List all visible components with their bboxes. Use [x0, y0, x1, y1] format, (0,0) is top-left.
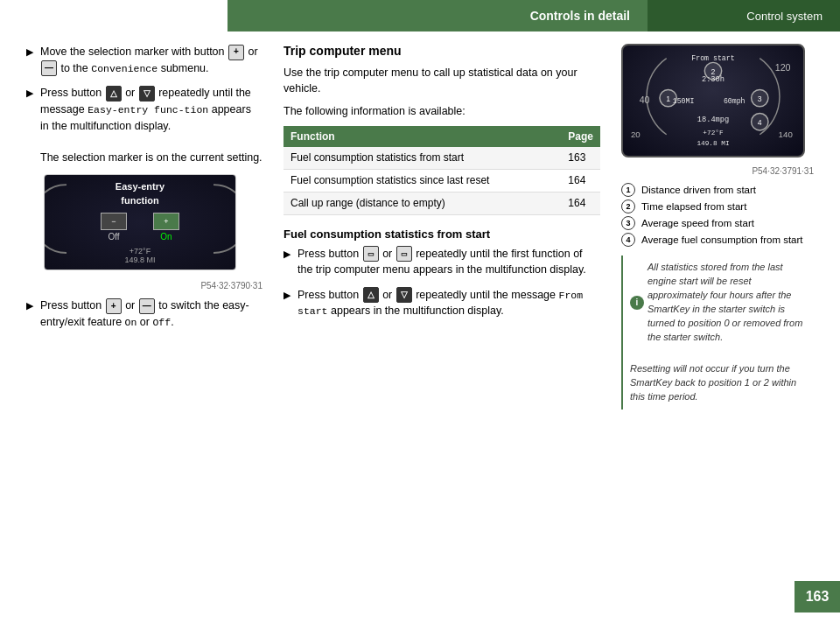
table-row: Fuel consumption statistics from start 1…	[284, 147, 600, 169]
svg-text:140: 140	[779, 130, 794, 139]
off-code: Off	[152, 317, 171, 328]
table-cell-page-2: 164	[561, 170, 600, 192]
minus-button-icon: —	[41, 60, 57, 76]
easy-entry-code: Easy-entry func-tion	[88, 104, 208, 116]
instrument-display-1: Easy-entry function − Off +	[101, 181, 179, 264]
reset-note: Resetting will not occur if you turn the…	[630, 363, 796, 402]
table-header-function: Function	[284, 126, 561, 147]
svg-text:20: 20	[631, 130, 640, 139]
left-column: ▶ Move the selection marker with button …	[26, 44, 262, 578]
right-column: 40 120 20 140 1 2 3 4 From start 2:30h 1…	[621, 44, 814, 578]
bullet-arrow-1: ▶	[26, 46, 33, 76]
plus-button-icon-2: +	[106, 298, 122, 314]
mid-bullet-text-2: Press button △ or ▽ repeatedly until the…	[298, 287, 600, 319]
legend-list: 1 Distance driven from start 2 Time elap…	[621, 183, 814, 247]
temp-display-1: +72°F149.8 MI	[101, 247, 179, 264]
table-cell-function-1: Fuel consumption statistics from start	[284, 147, 561, 169]
legend-badge-3: 3	[621, 216, 635, 230]
legend-text-4: Average fuel consumption from start	[641, 233, 803, 247]
svg-text:+72°F: +72°F	[703, 130, 724, 136]
middle-column: Trip computer menu Use the trip computer…	[284, 44, 600, 578]
function-label: function	[101, 195, 179, 206]
minus-button-icon-2: —	[139, 298, 155, 314]
info-text: All statistics stored from the last engi…	[648, 261, 807, 345]
mid-bullet-2: ▶ Press button △ or ▽ repeatedly until t…	[284, 287, 600, 319]
up-button-icon-1: △	[106, 86, 122, 102]
header-subtitle: Control system	[648, 0, 840, 32]
table-row: Fuel consumption statistics since last r…	[284, 170, 600, 192]
table-cell-page-3: 164	[561, 192, 600, 214]
svg-text:1: 1	[666, 94, 670, 103]
table-header-page: Page	[561, 126, 600, 147]
on-code: On	[125, 317, 137, 328]
functions-table: Function Page Fuel consumption statistic…	[284, 126, 600, 214]
svg-text:2:30h: 2:30h	[702, 75, 724, 84]
svg-text:60mph: 60mph	[724, 97, 746, 105]
svg-text:120: 120	[775, 62, 791, 73]
header-title: Controls in detail	[228, 0, 648, 32]
bullet-text-3: Press button + or — to switch the easy-e…	[40, 298, 262, 330]
off-label: Off	[101, 232, 127, 242]
plus-button-icon: +	[228, 45, 244, 60]
bullet-arrow-2: ▶	[26, 87, 33, 165]
bullet-item-3: ▶ Press button + or — to switch the easy…	[26, 298, 262, 330]
svg-text:18.4mpg: 18.4mpg	[697, 116, 730, 124]
on-label: On	[153, 232, 179, 242]
mid-bullet-text-1: Press button ▭ or ▭ repeatedly until the…	[298, 246, 600, 278]
easy-entry-label: Easy-entry	[101, 181, 179, 192]
bullet-item-2: ▶ Press button △ or ▽ repeatedly until t…	[26, 85, 262, 165]
legend-badge-1: 1	[621, 183, 635, 197]
page-number: 163	[794, 581, 840, 612]
table-cell-function-2: Fuel consumption statistics since last r…	[284, 170, 561, 192]
svg-text:From  start: From start	[691, 54, 734, 62]
legend-badge-4: 4	[621, 233, 635, 247]
legend-badge-2: 2	[621, 200, 635, 214]
image-caption-1: P54·32·3790·31	[44, 281, 262, 290]
svg-text:3: 3	[758, 94, 762, 103]
dash-image-caption: P54·32·3791·31	[621, 166, 814, 176]
info-box: i All statistics stored from the last en…	[621, 256, 814, 409]
table-cell-page-1: 163	[561, 147, 600, 169]
control-system-label: Control system	[746, 10, 822, 23]
svg-text:149.8 MI: 149.8 MI	[696, 140, 729, 147]
bullet-text-1: Move the selection marker with button + …	[40, 44, 262, 76]
legend-item-4: 4 Average fuel consumption from start	[621, 233, 814, 247]
intro-paragraph-2: The following information is available:	[284, 103, 600, 119]
table-cell-function-3: Call up range (distance to empty)	[284, 192, 561, 214]
menu-button-icon-1: ▭	[363, 246, 379, 262]
legend-item-3: 3 Average speed from start	[621, 216, 814, 230]
bullet-arrow-3: ▶	[26, 299, 33, 330]
convenience-code: Convenience	[91, 63, 158, 74]
up-button-icon-2: △	[363, 287, 379, 303]
mid-bullet-1: ▶ Press button ▭ or ▭ repeatedly until t…	[284, 246, 600, 278]
svg-text:4: 4	[758, 118, 762, 127]
main-content: ▶ Move the selection marker with button …	[26, 44, 814, 578]
legend-text-1: Distance driven from start	[641, 183, 756, 197]
down-button-icon-1: ▽	[139, 86, 155, 102]
bullet-text-2: Press button △ or ▽ repeatedly until the…	[40, 85, 262, 165]
mid-bullet-arrow-2: ▶	[284, 289, 290, 319]
legend-item-1: 1 Distance driven from start	[621, 183, 814, 197]
mid-bullet-arrow-1: ▶	[284, 248, 290, 278]
bullet-item-1: ▶ Move the selection marker with button …	[26, 44, 262, 76]
subsection-title-1: Fuel consumption statistics from start	[284, 228, 600, 241]
controls-in-detail-label: Controls in detail	[530, 9, 630, 23]
legend-text-2: Time elapsed from start	[641, 200, 746, 214]
trip-computer-title: Trip computer menu	[284, 44, 600, 58]
dashboard-display: 40 120 20 140 1 2 3 4 From start 2:30h 1…	[621, 44, 805, 158]
table-row: Call up range (distance to empty) 164	[284, 192, 600, 214]
legend-item-2: 2 Time elapsed from start	[621, 200, 814, 214]
svg-text:40: 40	[640, 94, 650, 105]
down-button-icon-2: ▽	[396, 287, 412, 303]
info-icon: i	[630, 296, 644, 310]
from-start-code: From start	[298, 290, 583, 318]
intro-paragraph-1: Use the trip computer menu to call up st…	[284, 65, 600, 96]
legend-text-3: Average speed from start	[641, 216, 754, 230]
header-bar: Controls in detail Control system	[228, 0, 840, 32]
menu-button-icon-2: ▭	[396, 246, 412, 262]
svg-text:150MI: 150MI	[673, 97, 695, 105]
gauge-svg: 40 120 20 140 1 2 3 4 From start 2:30h 1…	[623, 46, 803, 156]
instrument-image-1: Easy-entry function − Off +	[44, 174, 236, 270]
